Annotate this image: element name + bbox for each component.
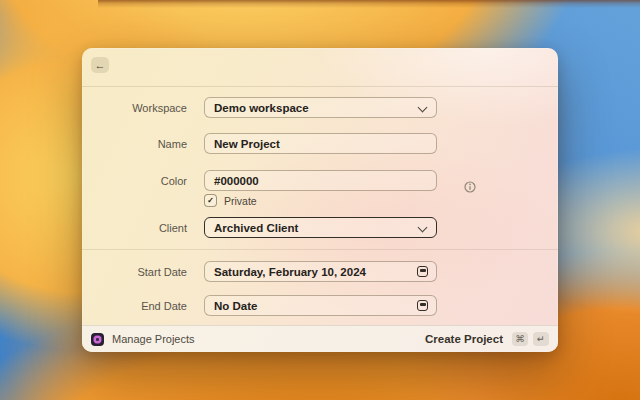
name-row: Name New Project: [82, 133, 437, 154]
info-icon[interactable]: [464, 179, 476, 191]
client-row: Client Archived Client: [82, 217, 437, 238]
calendar-icon: [417, 266, 428, 277]
manage-projects-app-icon: [91, 333, 104, 346]
color-row: Color #000000: [82, 170, 466, 191]
name-value: New Project: [214, 138, 280, 150]
calendar-icon: [417, 300, 428, 311]
back-arrow-icon: ←: [95, 60, 106, 71]
client-value: Archived Client: [214, 222, 298, 234]
client-label: Client: [82, 222, 204, 234]
workspace-dropdown[interactable]: Demo workspace: [204, 97, 437, 118]
start-date-label: Start Date: [82, 266, 204, 278]
back-button[interactable]: ←: [91, 57, 109, 73]
primary-action[interactable]: Create Project ⌘ ↵: [425, 332, 549, 346]
color-value: #000000: [214, 175, 259, 187]
name-input[interactable]: New Project: [204, 133, 437, 154]
app-name: Manage Projects: [112, 333, 195, 345]
action-bar: Manage Projects Create Project ⌘ ↵: [82, 325, 558, 352]
window-header: ←: [82, 48, 558, 87]
workspace-label: Workspace: [82, 102, 204, 114]
checkmark-icon: ✓: [207, 197, 214, 205]
private-label: Private: [224, 195, 257, 207]
start-date-value: Saturday, February 10, 2024: [214, 266, 366, 278]
chevron-down-icon: [418, 103, 428, 113]
client-dropdown[interactable]: Archived Client: [204, 217, 437, 238]
end-date-label: End Date: [82, 300, 204, 312]
end-date-value: No Date: [214, 300, 257, 312]
workspace-value: Demo workspace: [214, 102, 309, 114]
start-date-picker[interactable]: Saturday, February 10, 2024: [204, 261, 437, 282]
section-divider: [82, 249, 558, 250]
cmd-key-badge: ⌘: [512, 332, 528, 346]
enter-key-badge: ↵: [533, 332, 549, 346]
color-label: Color: [82, 175, 204, 187]
private-row: ✓ Private: [82, 194, 257, 207]
private-checkbox[interactable]: ✓: [204, 194, 217, 207]
color-input[interactable]: #000000: [204, 170, 437, 191]
end-date-row: End Date No Date: [82, 295, 437, 316]
chevron-down-icon: [418, 223, 428, 233]
name-label: Name: [82, 138, 204, 150]
workspace-row: Workspace Demo workspace: [82, 97, 437, 118]
start-date-row: Start Date Saturday, February 10, 2024: [82, 261, 437, 282]
create-project-button[interactable]: Create Project: [425, 333, 503, 345]
end-date-picker[interactable]: No Date: [204, 295, 437, 316]
wallpaper-top-shade: [98, 0, 640, 8]
create-project-window: ← Workspace Demo workspace Name New Proj…: [82, 48, 558, 352]
